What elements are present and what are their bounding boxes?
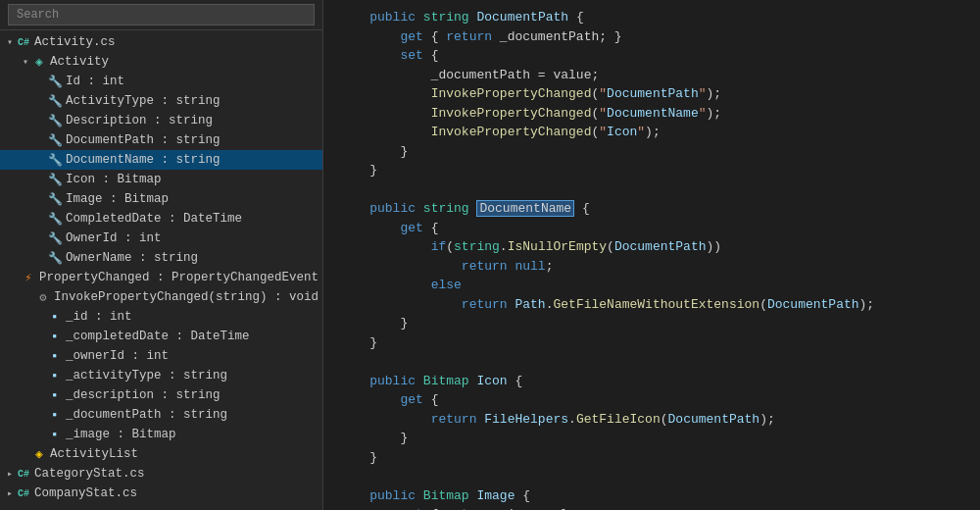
code-line: public string DocumentName { xyxy=(339,199,980,219)
tree-label-prop-activitytype: ActivityType : string xyxy=(66,94,220,108)
tree-label-field-documentpath: _documentPath : string xyxy=(66,408,227,422)
tree-item-field-completeddate[interactable]: ▪_completedDate : DateTime xyxy=(0,327,322,346)
tree-icon-field: ▪ xyxy=(47,387,63,403)
tree-label-prop-id: Id : int xyxy=(66,75,124,88)
tree-item-prop-documentpath[interactable]: 🔧DocumentPath : string xyxy=(0,130,322,150)
code-line: } xyxy=(339,161,980,180)
tree-label-cs-categorystat: CategoryStat.cs xyxy=(34,467,145,481)
tree-icon-property: 🔧 xyxy=(47,250,63,266)
code-line: public Bitmap Icon { xyxy=(339,372,980,391)
code-line: get { xyxy=(339,219,980,238)
tree-label-field-ownerid: _ownerId : int xyxy=(66,349,169,363)
code-line: } xyxy=(339,448,980,468)
tree-label-cs-activity: Activity.cs xyxy=(34,35,116,49)
tree-item-field-documentpath[interactable]: ▪_documentPath : string xyxy=(0,405,322,425)
code-line: get { xyxy=(339,390,980,410)
tree-label-field-description: _description : string xyxy=(66,388,220,402)
tree-label-prop-ownername: OwnerName : string xyxy=(66,251,198,265)
tree-item-cs-categorystat[interactable]: ▸C#CategoryStat.cs xyxy=(0,464,322,484)
tree-label-cs-companystat: CompanyStat.cs xyxy=(34,486,137,500)
tree-item-class-activitylist[interactable]: ◈ActivityList xyxy=(0,444,322,464)
tree-icon-field: ▪ xyxy=(47,407,63,423)
tree-icon-method: ⚙ xyxy=(35,289,51,305)
code-line: } xyxy=(339,314,980,333)
tree-item-prop-ownername[interactable]: 🔧OwnerName : string xyxy=(0,248,322,268)
tree-item-class-activity[interactable]: ▾◈Activity xyxy=(0,52,322,72)
tree-item-prop-ownerid[interactable]: 🔧OwnerId : int xyxy=(0,229,322,248)
tree-arrow-cs-categorystat[interactable]: ▸ xyxy=(4,468,16,480)
tree-item-prop-activitytype[interactable]: 🔧ActivityType : string xyxy=(0,91,322,111)
tree-item-field-activitytype[interactable]: ▪_activityType : string xyxy=(0,366,322,385)
tree-icon-field: ▪ xyxy=(47,309,63,325)
tree-label-prop-image: Image : Bitmap xyxy=(66,192,169,206)
code-line xyxy=(339,467,980,486)
code-line: return FileHelpers.GetFileIcon(DocumentP… xyxy=(339,410,980,430)
code-line: return null; xyxy=(339,257,980,277)
tree-icon-property: 🔧 xyxy=(47,172,63,187)
tree-arrow-class-activity[interactable]: ▾ xyxy=(20,56,31,68)
tree-item-prop-description[interactable]: 🔧Description : string xyxy=(0,111,322,130)
tree-item-field-ownerid[interactable]: ▪_ownerId : int xyxy=(0,346,322,366)
tree-label-prop-documentname: DocumentName : string xyxy=(66,153,220,167)
tree-item-prop-image[interactable]: 🔧Image : Bitmap xyxy=(0,189,322,209)
code-line: get { return _image; } xyxy=(339,505,980,510)
code-editor[interactable]: public string DocumentPath { get { retur… xyxy=(323,0,980,510)
tree-icon-field: ▪ xyxy=(47,368,63,383)
tree-label-event-propertychanged: PropertyChanged : PropertyChangedEvent xyxy=(39,271,318,284)
tree-icon-property: 🔧 xyxy=(47,132,63,148)
tree-icon-class: ◈ xyxy=(31,54,47,70)
tree-icon-property: 🔧 xyxy=(47,211,63,227)
tree-label-prop-icon: Icon : Bitmap xyxy=(66,173,162,186)
tree-item-field-id[interactable]: ▪_id : int xyxy=(0,307,322,327)
tree-icon-field: ▪ xyxy=(47,427,63,442)
tree-icon-property: 🔧 xyxy=(47,152,63,168)
tree-item-prop-id[interactable]: 🔧Id : int xyxy=(0,72,322,91)
code-line: else xyxy=(339,276,980,295)
search-input[interactable] xyxy=(8,4,315,26)
code-line xyxy=(339,352,980,372)
code-line: if(string.IsNullOrEmpty(DocumentPath)) xyxy=(339,237,980,257)
tree-item-event-propertychanged[interactable]: ⚡PropertyChanged : PropertyChangedEvent xyxy=(0,268,322,287)
tree-label-field-completeddate: _completedDate : DateTime xyxy=(66,330,250,343)
tree-item-cs-companystat[interactable]: ▸C#CompanyStat.cs xyxy=(0,484,322,503)
tree-icon-cs-file: C# xyxy=(16,34,31,50)
tree-icon-property: 🔧 xyxy=(47,74,63,89)
code-line: return Path.GetFileNameWithoutExtension(… xyxy=(339,295,980,315)
tree-item-field-image[interactable]: ▪_image : Bitmap xyxy=(0,425,322,444)
solution-explorer: ▾C#Activity.cs▾◈Activity🔧Id : int🔧Activi… xyxy=(0,0,323,510)
tree-arrow-cs-activity[interactable]: ▾ xyxy=(4,36,16,48)
tree-item-method-invokepropertychanged[interactable]: ⚙InvokePropertyChanged(string) : void xyxy=(0,287,322,307)
tree-arrow-cs-companystat[interactable]: ▸ xyxy=(4,487,16,499)
code-line: _documentPath = value; xyxy=(339,66,980,85)
tree-icon-cs-file: C# xyxy=(16,466,31,482)
tree-icon-property: 🔧 xyxy=(47,191,63,207)
code-line: set { xyxy=(339,46,980,66)
tree-item-prop-documentname[interactable]: 🔧DocumentName : string xyxy=(0,150,322,170)
tree-label-class-activity: Activity xyxy=(50,55,109,69)
code-line: InvokePropertyChanged("DocumentName"); xyxy=(339,104,980,124)
tree-icon-cs-file: C# xyxy=(16,485,31,501)
tree-icon-field: ▪ xyxy=(47,329,63,344)
tree-label-field-activitytype: _activityType : string xyxy=(66,369,227,382)
code-line: get { return _documentPath; } xyxy=(339,27,980,47)
code-line xyxy=(339,180,980,200)
code-line: public string DocumentPath { xyxy=(339,8,980,27)
tree-label-class-activitylist: ActivityList xyxy=(50,447,138,461)
tree-item-field-description[interactable]: ▪_description : string xyxy=(0,385,322,405)
tree-icon-property: 🔧 xyxy=(47,93,63,109)
code-line: } xyxy=(339,333,980,353)
tree-item-prop-completeddate[interactable]: 🔧CompletedDate : DateTime xyxy=(0,209,322,229)
tree-label-prop-completeddate: CompletedDate : DateTime xyxy=(66,212,242,226)
tree-label-prop-documentpath: DocumentPath : string xyxy=(66,133,220,147)
tree-icon-property: 🔧 xyxy=(47,230,63,246)
tree-icon-property: 🔧 xyxy=(47,113,63,128)
tree-label-field-image: _image : Bitmap xyxy=(66,428,176,441)
tree-label-prop-ownerid: OwnerId : int xyxy=(66,231,162,245)
code-line: } xyxy=(339,142,980,162)
tree-icon-class-special: ◈ xyxy=(31,446,47,462)
main-container: ▾C#Activity.cs▾◈Activity🔧Id : int🔧Activi… xyxy=(0,0,980,510)
tree-item-prop-icon[interactable]: 🔧Icon : Bitmap xyxy=(0,170,322,189)
code-line: public Bitmap Image { xyxy=(339,486,980,506)
tree-item-cs-activity[interactable]: ▾C#Activity.cs xyxy=(0,32,322,52)
code-line: InvokePropertyChanged("DocumentPath"); xyxy=(339,84,980,104)
